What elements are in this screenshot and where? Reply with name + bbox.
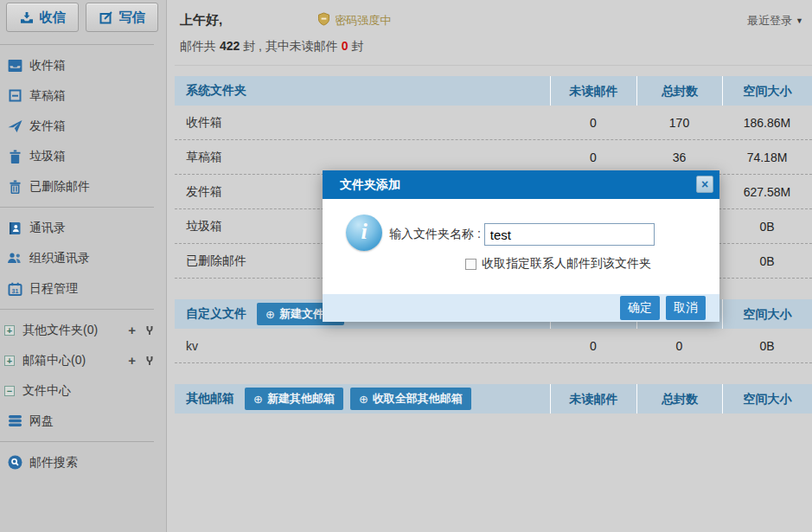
sidebar-item-label: 已删除邮件 [29,179,90,195]
sidebar-item-label: 其他文件夹(0) [22,323,98,338]
compose-mail-button[interactable]: 写信 [86,3,158,32]
compose-mail-icon [99,11,113,24]
fetch-contacts-checkbox[interactable] [465,259,476,270]
info-icon: i [346,215,382,251]
svg-text:31: 31 [11,287,18,293]
manage-folder-icon[interactable] [145,325,154,336]
add-folder-icon[interactable]: + [128,325,136,336]
other-mailboxes-table: 其他邮箱 ⊕ 新建其他邮箱 ⊕ 收取全部其他邮箱 未读邮件 总封数 空间大小 [175,384,812,413]
expand-icon[interactable]: + [4,356,15,366]
sidebar-item-label: 组织通讯录 [29,251,90,266]
sidebar-item-label: 收件箱 [29,58,66,74]
other-mailboxes-header: 其他邮箱 ⊕ 新建其他邮箱 ⊕ 收取全部其他邮箱 未读邮件 总封数 空间大小 [175,384,812,413]
fetch-contacts-label: 收取指定联系人邮件到该文件夹 [482,256,651,272]
column-header-total: 总封数 [636,76,722,106]
folder-name-label: 输入文件夹名称 : [389,227,481,242]
table-row: kv 0 0 0B [175,329,812,363]
deleted-mail-icon [5,180,24,194]
custom-folders-title: 自定义文件 [175,306,246,322]
size-cell: 186.86M [722,116,812,130]
sidebar-item-label: 邮箱中心(0) [22,353,86,369]
sidebar-item-label: 垃圾箱 [29,149,66,164]
size-cell: 74.18M [722,151,812,164]
new-other-mailbox-label: 新建其他邮箱 [267,391,335,407]
chevron-down-icon: ▼ [796,16,803,25]
cancel-button[interactable]: 取消 [666,296,706,320]
column-header-size: 空间大小 [722,76,812,106]
dialog-footer: 确定 取消 [323,294,719,322]
folder-name-input[interactable] [484,223,655,246]
sidebar-item-calendar[interactable]: 31 日程管理 [0,273,166,304]
sidebar-item-netdisk[interactable]: 网盘 [0,406,166,436]
sidebar-item-trash[interactable]: 垃圾箱 [0,141,166,171]
column-header-unread: 未读邮件 [550,384,636,413]
sidebar-item-drafts[interactable]: 草稿箱 [0,80,166,111]
sidebar-item-deleted-mail[interactable]: 已删除邮件 [0,171,166,202]
fetch-contacts-row: 收取指定联系人邮件到该文件夹 [465,256,651,272]
compose-mail-label: 写信 [119,10,145,26]
total-cell: 0 [636,339,722,353]
sidebar-item-mail-search[interactable]: 邮件搜索 [0,447,166,478]
sidebar-item-other-folders[interactable]: + 其他文件夹(0) + [0,315,166,345]
circled-plus-icon: ⊕ [359,393,368,406]
ok-button[interactable]: 确定 [620,296,660,320]
fetch-all-label: 收取全部其他邮箱 [373,391,463,407]
size-cell: 0B [722,254,812,268]
expand-icon[interactable]: + [4,325,15,336]
sidebar-divider [0,309,154,310]
column-header-unread: 未读邮件 [550,76,636,106]
table-row: 草稿箱 0 36 74.18M [175,140,812,175]
other-mailboxes-title: 其他邮箱 [175,391,234,407]
sidebar-item-inbox[interactable]: 收件箱 [0,50,166,80]
mail-toolbar: 收信 写信 [0,0,166,39]
folder-link-kv[interactable]: kv [175,339,550,353]
folder-actions: + [128,325,154,336]
stats-part1: 邮件共 [180,39,216,53]
total-cell: 36 [636,151,722,164]
close-icon[interactable]: × [696,176,713,193]
sidebar-item-mailbox-center[interactable]: + 邮箱中心(0) + [0,345,166,375]
add-mailbox-icon[interactable]: + [128,356,136,366]
unread-cell: 0 [550,339,636,353]
size-cell: 0B [722,339,812,353]
fetch-all-other-mailboxes-button[interactable]: ⊕ 收取全部其他邮箱 [350,388,471,410]
recent-login-dropdown[interactable]: 最近登录 ▼ [747,13,803,29]
contacts-icon [5,221,24,235]
stats-unread-count: 0 [342,39,348,53]
sidebar-item-label: 通讯录 [29,221,66,236]
circled-plus-icon: ⊕ [253,393,263,406]
column-header-size: 空间大小 [722,299,812,329]
search-icon [5,455,24,470]
sidebar-item-label: 草稿箱 [29,88,66,104]
stats-part2: 封 , 其中未读邮件 [243,39,338,53]
new-other-mailbox-button[interactable]: ⊕ 新建其他邮箱 [245,388,343,410]
sidebar-item-label: 文件中心 [22,383,71,399]
folder-link-inbox[interactable]: 收件箱 [175,115,550,131]
total-cell: 170 [636,116,722,130]
calendar-icon: 31 [5,282,24,296]
unread-cell: 0 [550,116,636,130]
add-folder-dialog: 文件夹添加 × i 输入文件夹名称 : 收取指定联系人邮件到该文件夹 确定 取消 [323,170,719,322]
dialog-titlebar[interactable]: 文件夹添加 × [323,170,719,199]
drafts-icon [5,89,24,102]
sidebar-item-sent[interactable]: 发件箱 [0,111,166,141]
folder-link-drafts[interactable]: 草稿箱 [175,150,550,165]
password-strength-link[interactable]: 密码强度中 [317,12,391,29]
column-header-size: 空间大小 [722,384,812,413]
collapse-icon[interactable]: − [4,386,15,396]
receive-mail-button[interactable]: 收信 [6,3,79,32]
folder-name-row: 输入文件夹名称 : [389,223,655,246]
password-strength-label: 密码强度中 [335,13,391,29]
sidebar-divider [0,44,154,45]
table-row: 收件箱 0 170 186.86M [175,106,812,140]
sidebar-item-contacts[interactable]: 通讯录 [0,213,166,243]
sidebar-item-label: 网盘 [29,413,54,429]
sidebar-item-org-contacts[interactable]: 组织通讯录 [0,243,166,273]
sidebar-item-file-center[interactable]: − 文件中心 [0,375,166,406]
sidebar-item-label: 发件箱 [29,119,66,134]
receive-mail-label: 收信 [40,10,66,26]
mail-stats: 邮件共 422 封 , 其中未读邮件 0 封 [175,39,812,66]
manage-mailbox-icon[interactable] [145,356,154,366]
sidebar: 收信 写信 收件箱 草稿箱 发件箱 垃圾箱 [0,0,167,532]
receive-mail-icon [20,11,34,24]
